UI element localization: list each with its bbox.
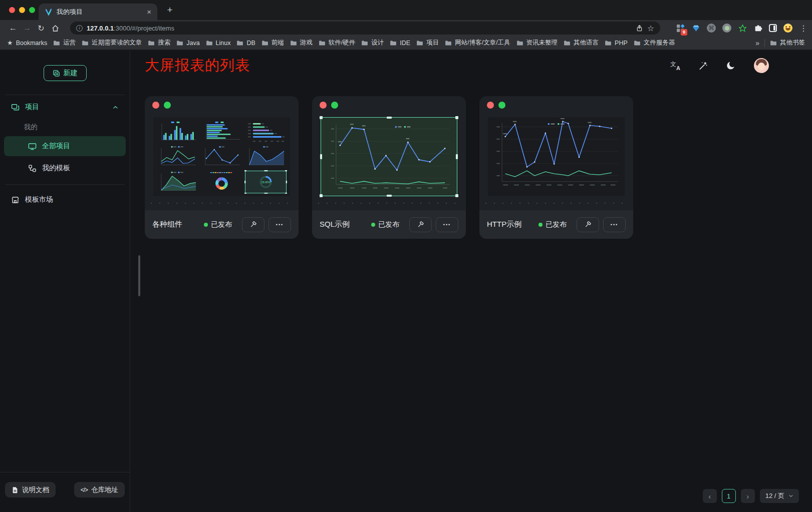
sidebar-item-all-projects[interactable]: 全部项目 — [4, 136, 126, 156]
bookmark-folder[interactable]: 游戏 — [290, 39, 313, 47]
language-toggle-icon[interactable]: 文 A — [670, 61, 680, 70]
goview-app: 新建 项目 我的 全部项目 我的模板 模板市场 说明文档 — [0, 50, 812, 512]
other-bookmarks[interactable]: 其他书签 — [770, 39, 805, 47]
bookmark-folder[interactable]: 资讯未整理 — [516, 39, 558, 47]
address-bar[interactable]: i 127.0.0.1:3000/#/project/items ☆ — [70, 22, 660, 35]
bookmark-folder[interactable]: DB — [236, 40, 255, 47]
project-card: 25.00% 各种组件 已发布 ••• — [145, 96, 299, 239]
mini-line-chart — [200, 145, 243, 168]
emoji-extension-icon[interactable] — [783, 24, 792, 33]
bookmark-folder[interactable]: 近期需要读的文章 — [82, 39, 142, 47]
browser-tab[interactable]: 我的项目 × — [39, 4, 157, 20]
dark-mode-moon-icon[interactable] — [726, 61, 736, 71]
scrollbar-thumb[interactable] — [138, 255, 140, 296]
bookmark-folder-label: 其他语言 — [574, 39, 599, 47]
bookmark-folder[interactable]: 项目 — [416, 39, 439, 47]
card-footer: 各种组件 已发布 ••• — [145, 210, 299, 239]
green-dot — [164, 102, 171, 109]
edit-project-button[interactable] — [409, 217, 432, 232]
sidebar-item-template-market[interactable]: 模板市场 — [0, 189, 130, 211]
command-extension-icon[interactable]: ⌘ — [707, 24, 716, 33]
repo-button[interactable]: </> 仓库地址 — [74, 482, 125, 497]
more-actions-button[interactable]: ••• — [436, 217, 458, 232]
bookmark-folder[interactable]: 运营 — [53, 39, 76, 47]
camera-extension-icon[interactable] — [722, 24, 731, 33]
user-avatar[interactable] — [754, 58, 769, 73]
more-actions-button[interactable]: ••• — [603, 217, 626, 232]
bookmarks-label: Bookmarks — [16, 40, 48, 47]
window-minimize-button[interactable] — [19, 7, 25, 13]
project-thumbnail[interactable] — [321, 117, 457, 196]
chevron-up-icon[interactable] — [112, 104, 119, 111]
bookmark-folder[interactable]: 文件服务器 — [634, 39, 675, 47]
reload-icon[interactable]: ↻ — [34, 22, 48, 35]
bookmark-folder-label: 软件/硬件 — [329, 39, 355, 47]
ellipsis-icon: ••• — [276, 222, 284, 227]
sidebar-group-project[interactable]: 项目 — [0, 95, 130, 119]
grid-extension-icon[interactable]: 9 — [676, 24, 685, 33]
prev-page-button[interactable]: ‹ — [703, 489, 717, 503]
project-thumbnail[interactable] — [488, 117, 625, 196]
window-zoom-button[interactable] — [29, 7, 35, 13]
sidebar-item-all-projects-label: 全部项目 — [42, 142, 70, 151]
reader-extension-icon[interactable] — [769, 24, 777, 32]
site-info-icon[interactable]: i — [76, 25, 83, 32]
folder-icon — [261, 40, 268, 47]
bookmark-folder[interactable]: 软件/硬件 — [319, 39, 355, 47]
edit-project-button[interactable] — [577, 217, 599, 232]
red-dot — [152, 102, 159, 109]
gem-extension-icon[interactable] — [691, 24, 700, 33]
mini-gauge-selected: 25.00% — [244, 170, 287, 194]
bookmarks-overflow-icon[interactable]: » — [755, 39, 759, 47]
status-badge: 已发布 — [371, 220, 399, 229]
folder-icon — [390, 40, 397, 47]
home-icon[interactable] — [48, 22, 62, 35]
bookmark-star-icon[interactable]: ☆ — [647, 24, 654, 33]
new-project-label: 新建 — [64, 69, 78, 78]
bookmark-folder[interactable]: PHP — [605, 40, 628, 47]
mini-area-chart-green — [156, 170, 199, 194]
window-close-button[interactable] — [9, 7, 15, 13]
project-thumbnail[interactable]: 25.00% — [153, 117, 290, 196]
docs-button[interactable]: 说明文档 — [5, 482, 56, 497]
bookmarks-manager[interactable]: ★ Bookmarks — [7, 39, 47, 47]
new-project-button[interactable]: 新建 — [44, 65, 87, 81]
forward-icon[interactable]: → — [20, 22, 34, 35]
magic-wand-icon[interactable] — [698, 61, 708, 71]
sidebar-item-my-templates[interactable]: 我的模板 — [0, 157, 130, 179]
status-badge: 已发布 — [538, 220, 567, 229]
current-page-button[interactable]: 1 — [722, 489, 736, 503]
puzzle-extensions-icon[interactable] — [753, 24, 762, 33]
green-star-extension-icon[interactable] — [738, 24, 747, 33]
header-actions: 文 A — [670, 58, 769, 73]
bookmark-folder[interactable]: 网站/博客/文章/工具 — [445, 39, 510, 47]
project-card: HTTP示例 已发布 ••• — [479, 96, 633, 239]
bookmark-folder[interactable]: IDE — [390, 40, 410, 47]
mini-dual-line-chart — [156, 145, 199, 168]
bookmark-folder[interactable]: 前端 — [261, 39, 284, 47]
sidebar-footer: 说明文档 </> 仓库地址 — [0, 472, 130, 512]
edit-project-button[interactable] — [242, 217, 264, 232]
tab-close-icon[interactable]: × — [147, 8, 151, 16]
copy-plus-icon — [53, 70, 60, 77]
bookmark-folder[interactable]: 搜索 — [148, 39, 170, 47]
next-page-button[interactable]: › — [741, 489, 755, 503]
sidebar-item-my-templates-label: 我的模板 — [42, 164, 70, 173]
bookmark-folder[interactable]: Java — [176, 40, 199, 47]
card-footer: SQL示例 已发布 ••• — [312, 210, 466, 239]
status-badge: 已发布 — [204, 220, 232, 229]
new-tab-button[interactable]: + — [164, 4, 176, 16]
bookmark-folder[interactable]: Linux — [206, 40, 231, 47]
bookmark-folder[interactable]: 设计 — [361, 39, 384, 47]
folder-icon — [770, 40, 777, 47]
green-dot — [331, 102, 338, 109]
dotted-separator — [485, 203, 627, 204]
bookmark-folder[interactable]: 其他语言 — [564, 39, 599, 47]
share-icon[interactable] — [636, 25, 643, 32]
more-actions-button[interactable]: ••• — [268, 217, 291, 232]
hammer-icon — [417, 221, 424, 228]
back-icon[interactable]: ← — [6, 22, 20, 35]
bookmark-folder-label: 前端 — [272, 39, 284, 47]
page-size-select[interactable]: 12 / 页 — [760, 489, 799, 503]
browser-menu-icon[interactable]: ⋮ — [799, 24, 808, 33]
